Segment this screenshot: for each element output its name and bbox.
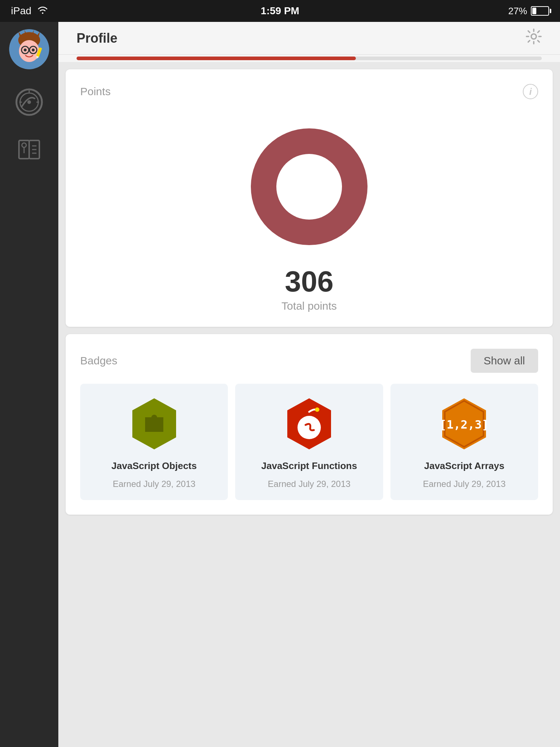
badges-grid: JavaScript Objects Earned July 29, 2013 bbox=[80, 384, 538, 500]
show-all-button[interactable]: Show all bbox=[471, 349, 538, 373]
badge-date-functions: Earned July 29, 2013 bbox=[268, 479, 351, 489]
badge-icon-functions bbox=[280, 395, 338, 453]
svg-point-37 bbox=[315, 407, 319, 412]
donut-chart bbox=[240, 117, 378, 256]
battery-percent: 27% bbox=[508, 5, 527, 17]
badge-name-functions: JavaScript Functions bbox=[261, 460, 357, 472]
content-area: Profile Points i bbox=[58, 22, 560, 747]
svg-text:[1,2,3]: [1,2,3] bbox=[440, 418, 489, 431]
badge-name-arrays: JavaScript Arrays bbox=[424, 460, 504, 472]
progress-bar-track bbox=[77, 57, 542, 60]
avatar[interactable] bbox=[9, 29, 49, 69]
svg-point-29 bbox=[276, 154, 342, 220]
badge-item-functions[interactable]: JavaScript Functions Earned July 29, 201… bbox=[235, 384, 383, 500]
badge-icon-arrays: [1,2,3] bbox=[435, 395, 493, 453]
badge-name-objects: JavaScript Objects bbox=[112, 460, 197, 472]
main-layout: Profile Points i bbox=[0, 22, 560, 747]
points-number: 306 bbox=[285, 267, 333, 296]
status-right: 27% bbox=[508, 5, 549, 17]
svg-point-16 bbox=[27, 100, 31, 104]
points-sublabel: Total points bbox=[281, 300, 337, 312]
badges-label: Badges bbox=[80, 355, 117, 367]
sidebar bbox=[0, 22, 58, 747]
info-icon[interactable]: i bbox=[523, 84, 538, 99]
badges-card: Badges Show all bbox=[66, 334, 553, 515]
sidebar-nav bbox=[15, 88, 44, 164]
points-header: Points i bbox=[80, 84, 538, 99]
badges-header: Badges Show all bbox=[80, 349, 538, 373]
badge-date-objects: Earned July 29, 2013 bbox=[113, 479, 195, 489]
badge-date-arrays: Earned July 29, 2013 bbox=[423, 479, 506, 489]
page-title: Profile bbox=[77, 31, 117, 46]
status-left: iPad bbox=[11, 5, 48, 17]
status-time: 1:59 PM bbox=[261, 5, 299, 17]
badge-item-arrays[interactable]: [1,2,3] JavaScript Arrays Earned July 29… bbox=[390, 384, 538, 500]
progress-bar-area bbox=[58, 55, 560, 62]
badge-icon-objects bbox=[125, 395, 183, 453]
svg-point-11 bbox=[32, 49, 35, 51]
svg-point-27 bbox=[531, 34, 536, 39]
badge-item-objects[interactable]: JavaScript Objects Earned July 29, 2013 bbox=[80, 384, 228, 500]
points-card: Points i 306 Total points bbox=[66, 69, 553, 327]
svg-point-22 bbox=[22, 143, 26, 147]
points-label: Points bbox=[80, 85, 110, 98]
svg-point-10 bbox=[24, 49, 27, 51]
settings-icon[interactable] bbox=[526, 28, 542, 48]
status-bar: iPad 1:59 PM 27% bbox=[0, 0, 560, 22]
sidebar-item-dashboard[interactable] bbox=[15, 88, 44, 117]
wifi-icon bbox=[37, 6, 48, 16]
sidebar-item-courses[interactable] bbox=[15, 135, 44, 164]
header: Profile bbox=[58, 22, 560, 55]
device-label: iPad bbox=[11, 5, 31, 17]
battery-icon bbox=[531, 6, 549, 16]
svg-point-38 bbox=[298, 416, 321, 439]
progress-bar-fill bbox=[77, 57, 356, 60]
